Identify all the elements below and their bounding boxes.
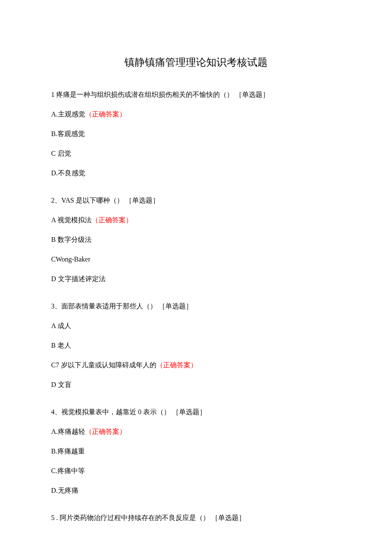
option-text: C7 岁以下儿童或认知障碍成年人的	[51, 361, 156, 369]
option: B.疼痛越重	[51, 446, 341, 456]
option-text: D.无疼痛	[51, 487, 78, 494]
question-block: 3、面部表情量表适用于那些人（） ［单选题］A 成人B 老人C7 岁以下儿童或认…	[51, 301, 341, 390]
option: A.主观感觉（正确答案）	[51, 109, 341, 119]
correct-answer-label: （正确答案）	[85, 110, 126, 118]
option: D.不良感觉	[51, 168, 341, 178]
question-block: 4、视觉模拟量表中，越靠近 0 表示（） ［单选题］A.疼痛越轻（正确答案）B.…	[51, 407, 341, 496]
document-title: 镇静镇痛管理理论知识考核试题	[51, 55, 341, 69]
option: B 数字分级法	[51, 235, 341, 245]
question-text: 4、视觉模拟量表中，越靠近 0 表示（） ［单选题］	[51, 407, 341, 417]
option: C7 岁以下儿童或认知障碍成年人的（正确答案）	[51, 360, 341, 370]
option: A 视觉模拟法（正确答案）	[51, 215, 341, 225]
option: B.客观感觉	[51, 129, 341, 139]
questions-container: 1 疼痛是一种与组织损伤或潜在组织损伤相关的不愉快的（） ［单选题］A.主观感觉…	[51, 90, 341, 523]
option: C.疼痛中等	[51, 466, 341, 476]
option: CWong-Baker	[51, 254, 341, 264]
option-text: D.不良感觉	[51, 169, 85, 177]
question-text: 5 . 阿片类药物治疗过程中持续存在的不良反应是（） ［单选题］	[51, 513, 341, 523]
question-text: 1 疼痛是一种与组织损伤或潜在组织损伤相关的不愉快的（） ［单选题］	[51, 90, 341, 100]
question-text: 3、面部表情量表适用于那些人（） ［单选题］	[51, 301, 341, 311]
option-text: A 成人	[51, 322, 71, 329]
question-block: 5 . 阿片类药物治疗过程中持续存在的不良反应是（） ［单选题］	[51, 513, 341, 523]
option-text: B.疼痛越重	[51, 447, 85, 455]
option-text: C.疼痛中等	[51, 467, 85, 474]
question-block: 1 疼痛是一种与组织损伤或潜在组织损伤相关的不愉快的（） ［单选题］A.主观感觉…	[51, 90, 341, 178]
option: D 文字描述评定法	[51, 274, 341, 284]
option-text: A 视觉模拟法	[51, 216, 92, 224]
option: B 老人	[51, 340, 341, 351]
question-block: 2、VAS 是以下哪种（） ［单选题］A 视觉模拟法（正确答案）B 数字分级法C…	[51, 195, 341, 284]
option: D 文盲	[51, 380, 341, 390]
option: A 成人	[51, 321, 341, 331]
option-text: B.客观感觉	[51, 130, 85, 137]
option: C 启觉	[51, 148, 341, 159]
option-text: B 老人	[51, 342, 71, 349]
option-text: A.疼痛越轻	[51, 428, 85, 435]
question-text: 2、VAS 是以下哪种（） ［单选题］	[51, 195, 341, 206]
correct-answer-label: （正确答案）	[92, 216, 133, 224]
correct-answer-label: （正确答案）	[85, 428, 126, 435]
option-text: A.主观感觉	[51, 110, 85, 118]
option-text: D 文盲	[51, 381, 72, 388]
option-text: D 文字描述评定法	[51, 275, 106, 282]
option: A.疼痛越轻（正确答案）	[51, 427, 341, 437]
option-text: CWong-Baker	[51, 256, 90, 263]
correct-answer-label: （正确答案）	[156, 361, 197, 369]
option-text: C 启觉	[51, 150, 71, 157]
option: D.无疼痛	[51, 485, 341, 496]
option-text: B 数字分级法	[51, 236, 92, 243]
